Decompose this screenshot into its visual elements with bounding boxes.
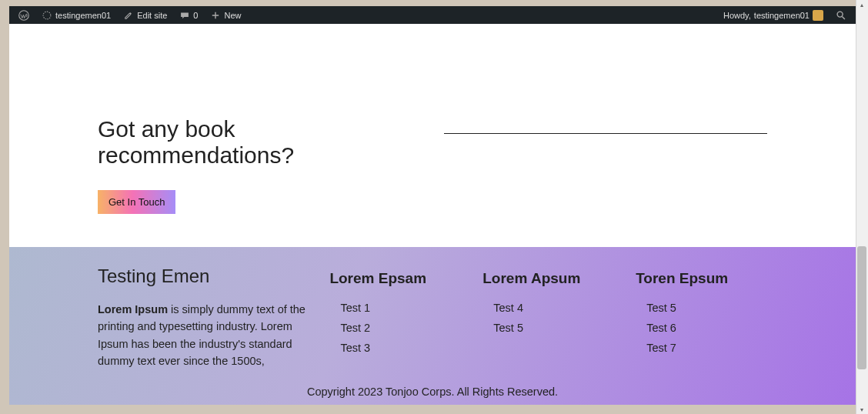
footer-col-3: Toren Epsum Test 5 Test 6 Test 7 [636,265,767,358]
main-content: Got any book recommendations? Get In Tou… [9,24,856,260]
footer-col-3-list: Test 5 Test 6 Test 7 [636,298,767,358]
footer-about-bold: Lorem Ipsum [98,303,168,316]
svg-point-2 [837,12,843,17]
footer-link[interactable]: Test 5 [482,318,614,338]
wordpress-icon [18,10,29,21]
site-name-label: testingemen01 [55,11,111,20]
footer-link[interactable]: Test 1 [329,298,461,318]
horizontal-divider [444,133,767,134]
footer-about-text: Lorem Ipsum is simply dummy text of the … [98,301,308,370]
site-page: Got any book recommendations? Get In Tou… [9,24,856,405]
get-in-touch-button[interactable]: Get In Touch [98,190,175,214]
howdy-link[interactable]: Howdy, testingemen01 [719,6,828,24]
search-toggle[interactable] [831,6,851,24]
adminbar-right: Howdy, testingemen01 [719,6,851,24]
footer-about: Testing Emen Lorem Ipsum is simply dummy… [98,265,308,370]
scrollbar[interactable]: ▴ ▾ [856,0,868,414]
plus-icon [210,10,221,21]
comments-link[interactable]: 0 [175,6,202,24]
howdy-username: testingemen01 [754,11,810,20]
footer-link[interactable]: Test 5 [636,298,767,318]
footer-columns: Testing Emen Lorem Ipsum is simply dummy… [98,265,767,370]
footer-col-1: Lorem Epsam Test 1 Test 2 Test 3 [329,265,461,358]
hero-left: Got any book recommendations? Get In Tou… [98,116,413,214]
site-name-link[interactable]: testingemen01 [37,6,115,24]
avatar [813,10,823,21]
howdy-prefix: Howdy, [723,11,751,20]
site-footer: Testing Emen Lorem Ipsum is simply dummy… [9,247,856,405]
footer-link[interactable]: Test 3 [329,338,461,358]
footer-col-2-list: Test 4 Test 5 [482,298,614,338]
edit-site-link[interactable]: Edit site [119,6,172,24]
scroll-down-icon: ▾ [859,406,865,412]
footer-link[interactable]: Test 2 [329,318,461,338]
footer-about-title: Testing Emen [98,265,308,287]
footer-col-1-list: Test 1 Test 2 Test 3 [329,298,461,358]
adminbar-left: testingemen01 Edit site 0 New [14,6,245,24]
footer-copyright: Copyright 2023 Tonjoo Corps. All Rights … [98,386,767,398]
search-icon [836,10,846,21]
wp-logo[interactable] [14,6,34,24]
edit-icon [123,10,134,21]
comment-icon [179,10,190,21]
scrollbar-thumb[interactable] [857,246,866,369]
svg-point-1 [43,12,51,19]
scroll-up-icon: ▴ [859,2,865,8]
hero-right [444,116,767,214]
footer-col-1-heading: Lorem Epsam [329,270,461,287]
footer-link[interactable]: Test 7 [636,338,767,358]
wp-admin-bar: testingemen01 Edit site 0 New Howdy, tes… [9,6,856,24]
footer-link[interactable]: Test 6 [636,318,767,338]
footer-col-2-heading: Lorem Apsum [482,270,614,287]
footer-col-2: Lorem Apsum Test 4 Test 5 [482,265,614,338]
footer-link[interactable]: Test 4 [482,298,614,318]
footer-col-3-heading: Toren Epsum [636,270,767,287]
new-label: New [224,11,241,20]
new-content-link[interactable]: New [205,6,245,24]
home-icon [42,10,52,21]
comments-count: 0 [193,11,198,20]
hero-heading: Got any book recommendations? [98,116,413,169]
edit-site-label: Edit site [137,11,167,20]
